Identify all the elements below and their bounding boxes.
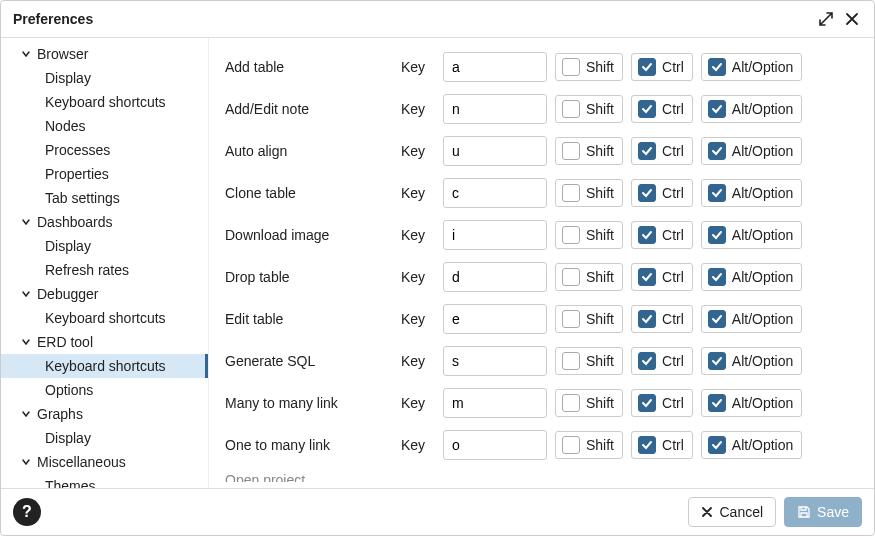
- shift-checkbox[interactable]: Shift: [555, 179, 623, 207]
- ctrl-checkbox[interactable]: Ctrl: [631, 431, 693, 459]
- checkbox-icon: [638, 142, 656, 160]
- tree-group-header[interactable]: ERD tool: [1, 330, 208, 354]
- ctrl-checkbox[interactable]: Ctrl: [631, 95, 693, 123]
- shift-checkbox[interactable]: Shift: [555, 95, 623, 123]
- chevron-down-icon: [21, 454, 35, 470]
- key-column-label: Key: [401, 395, 435, 411]
- tree-item[interactable]: Keyboard shortcuts: [1, 90, 208, 114]
- alt-checkbox[interactable]: Alt/Option: [701, 53, 802, 81]
- alt-checkbox[interactable]: Alt/Option: [701, 221, 802, 249]
- cancel-button[interactable]: Cancel: [688, 497, 776, 527]
- checkbox-label: Ctrl: [662, 311, 684, 327]
- shortcut-row: Generate SQLKeyShiftCtrlAlt/Option: [225, 340, 858, 382]
- ctrl-checkbox[interactable]: Ctrl: [631, 263, 693, 291]
- ctrl-checkbox[interactable]: Ctrl: [631, 53, 693, 81]
- shift-checkbox[interactable]: Shift: [555, 221, 623, 249]
- key-input[interactable]: [443, 52, 547, 82]
- ctrl-checkbox[interactable]: Ctrl: [631, 389, 693, 417]
- tree-item[interactable]: Themes: [1, 474, 208, 488]
- key-input[interactable]: [443, 220, 547, 250]
- checkbox-label: Shift: [586, 311, 614, 327]
- shift-checkbox[interactable]: Shift: [555, 137, 623, 165]
- checkbox-icon: [708, 184, 726, 202]
- checkbox-icon: [708, 226, 726, 244]
- tree-item[interactable]: Display: [1, 66, 208, 90]
- alt-checkbox[interactable]: Alt/Option: [701, 347, 802, 375]
- titlebar: Preferences: [1, 1, 874, 38]
- shortcut-label: Generate SQL: [225, 353, 393, 369]
- checkbox-label: Shift: [586, 437, 614, 453]
- key-input[interactable]: [443, 262, 547, 292]
- key-input[interactable]: [443, 178, 547, 208]
- tree-item[interactable]: Properties: [1, 162, 208, 186]
- shortcut-row: Drop tableKeyShiftCtrlAlt/Option: [225, 256, 858, 298]
- tree-group-header[interactable]: Dashboards: [1, 210, 208, 234]
- ctrl-checkbox[interactable]: Ctrl: [631, 305, 693, 333]
- tree-item[interactable]: Keyboard shortcuts: [1, 306, 208, 330]
- shift-checkbox[interactable]: Shift: [555, 53, 623, 81]
- tree-group-header[interactable]: Browser: [1, 42, 208, 66]
- checkbox-icon: [562, 100, 580, 118]
- tree-item[interactable]: Display: [1, 234, 208, 258]
- checkbox-icon: [708, 100, 726, 118]
- alt-checkbox[interactable]: Alt/Option: [701, 179, 802, 207]
- shortcut-row: One to many linkKeyShiftCtrlAlt/Option: [225, 424, 858, 466]
- checkbox-label: Ctrl: [662, 395, 684, 411]
- alt-checkbox[interactable]: Alt/Option: [701, 389, 802, 417]
- tree-item[interactable]: Refresh rates: [1, 258, 208, 282]
- tree-group-header[interactable]: Graphs: [1, 402, 208, 426]
- tree-item[interactable]: Processes: [1, 138, 208, 162]
- preferences-tree[interactable]: BrowserDisplayKeyboard shortcutsNodesPro…: [1, 38, 209, 488]
- shortcut-label: Drop table: [225, 269, 393, 285]
- save-button[interactable]: Save: [784, 497, 862, 527]
- key-input[interactable]: [443, 304, 547, 334]
- checkbox-icon: [562, 352, 580, 370]
- key-input[interactable]: [443, 136, 547, 166]
- shortcut-row: Download imageKeyShiftCtrlAlt/Option: [225, 214, 858, 256]
- shortcut-label: Clone table: [225, 185, 393, 201]
- tree-group-header[interactable]: Debugger: [1, 282, 208, 306]
- key-input[interactable]: [443, 430, 547, 460]
- ctrl-checkbox[interactable]: Ctrl: [631, 221, 693, 249]
- tree-item[interactable]: Tab settings: [1, 186, 208, 210]
- tree-item[interactable]: Display: [1, 426, 208, 450]
- key-column-label: Key: [401, 143, 435, 159]
- checkbox-label: Alt/Option: [732, 437, 793, 453]
- checkbox-label: Ctrl: [662, 101, 684, 117]
- alt-checkbox[interactable]: Alt/Option: [701, 305, 802, 333]
- ctrl-checkbox[interactable]: Ctrl: [631, 179, 693, 207]
- shortcut-row: Clone tableKeyShiftCtrlAlt/Option: [225, 172, 858, 214]
- tree-item[interactable]: Options: [1, 378, 208, 402]
- chevron-down-icon: [21, 286, 35, 302]
- checkbox-icon: [638, 226, 656, 244]
- close-icon[interactable]: [842, 9, 862, 29]
- shortcut-row-partial: Open project: [225, 466, 858, 482]
- alt-checkbox[interactable]: Alt/Option: [701, 95, 802, 123]
- key-input[interactable]: [443, 346, 547, 376]
- shortcut-label: Many to many link: [225, 395, 393, 411]
- alt-checkbox[interactable]: Alt/Option: [701, 431, 802, 459]
- checkbox-label: Alt/Option: [732, 269, 793, 285]
- ctrl-checkbox[interactable]: Ctrl: [631, 137, 693, 165]
- key-column-label: Key: [401, 269, 435, 285]
- key-input[interactable]: [443, 388, 547, 418]
- checkbox-label: Ctrl: [662, 353, 684, 369]
- tree-item[interactable]: Nodes: [1, 114, 208, 138]
- tree-item[interactable]: Keyboard shortcuts: [1, 354, 208, 378]
- checkbox-icon: [562, 310, 580, 328]
- checkbox-icon: [708, 436, 726, 454]
- shift-checkbox[interactable]: Shift: [555, 347, 623, 375]
- alt-checkbox[interactable]: Alt/Option: [701, 137, 802, 165]
- shift-checkbox[interactable]: Shift: [555, 389, 623, 417]
- shift-checkbox[interactable]: Shift: [555, 305, 623, 333]
- shift-checkbox[interactable]: Shift: [555, 263, 623, 291]
- checkbox-label: Alt/Option: [732, 353, 793, 369]
- shortcut-settings-panel[interactable]: Add tableKeyShiftCtrlAlt/OptionAdd/Edit …: [209, 38, 874, 488]
- tree-group-header[interactable]: Miscellaneous: [1, 450, 208, 474]
- shift-checkbox[interactable]: Shift: [555, 431, 623, 459]
- help-button[interactable]: ?: [13, 498, 41, 526]
- key-input[interactable]: [443, 94, 547, 124]
- ctrl-checkbox[interactable]: Ctrl: [631, 347, 693, 375]
- maximize-icon[interactable]: [816, 9, 836, 29]
- alt-checkbox[interactable]: Alt/Option: [701, 263, 802, 291]
